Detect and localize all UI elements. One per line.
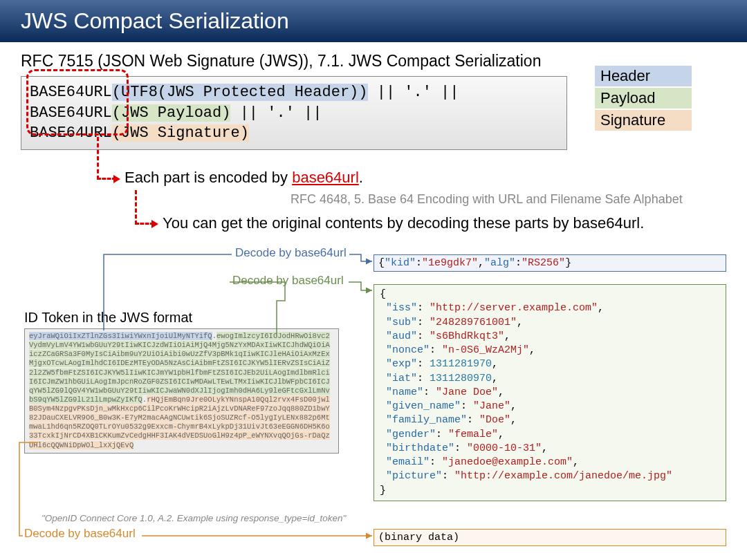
jws-token-box: eyJraWQiOiIxZTlnZGs3IiwiYWxnIjoiUlMyNTYi… bbox=[24, 328, 339, 454]
note-decode: You can get the original contents by dec… bbox=[163, 214, 644, 232]
decode-signature-label: Decode by base64url bbox=[24, 527, 136, 541]
legend-signature: Signature bbox=[595, 110, 692, 131]
token-title: ID Token in the JWS format bbox=[24, 310, 192, 326]
token-header-part: eyJraWQiOiIxZTlnZGs3IiwiYWxnIjoiUlMyNTYi… bbox=[29, 332, 212, 340]
rfc4648-reference: RFC 4648, 5. Base 64 Encoding with URL a… bbox=[290, 192, 683, 207]
legend-header: Header bbox=[595, 66, 692, 86]
base64url-link[interactable]: base64url bbox=[292, 169, 359, 186]
decoded-header-box: {"kid":"1e9gdk7","alg":"RS256"} bbox=[374, 254, 726, 272]
concat-op: || '.' || bbox=[230, 104, 322, 122]
page-title: JWS Compact Serialization bbox=[0, 0, 747, 42]
decoded-signature-box: (binary data) bbox=[374, 529, 726, 546]
decoded-payload-box: { "iss": "http://server.example.com", "s… bbox=[374, 284, 726, 501]
arrow-head-icon bbox=[113, 175, 120, 183]
syntax-header-arg: (UTF8(JWS Protected Header)) bbox=[112, 84, 368, 101]
token-payload-part: ewogImlzcyI6ICJodHRwOi8vc2VydmVyLmV4YW1w… bbox=[29, 332, 330, 404]
arrow-head-icon bbox=[151, 220, 158, 228]
syntax-payload-arg: (JWS Payload) bbox=[112, 104, 231, 122]
decode-payload-label: Decode by base64url bbox=[232, 274, 344, 288]
note-encoded-by: Each part is encoded by base64url. bbox=[124, 169, 363, 187]
concat-op: || '.' || bbox=[368, 84, 459, 101]
decode-header-label: Decode by base64url bbox=[235, 246, 347, 260]
legend-payload: Payload bbox=[595, 88, 692, 109]
legend: Header Payload Signature bbox=[595, 66, 692, 132]
syntax-signature-arg: (JWS Signature) bbox=[112, 124, 249, 142]
citation: "OpenID Connect Core 1.0, A.2. Example u… bbox=[42, 513, 346, 523]
base64url-highlight-box bbox=[26, 69, 129, 136]
arrow-connector bbox=[97, 137, 116, 180]
